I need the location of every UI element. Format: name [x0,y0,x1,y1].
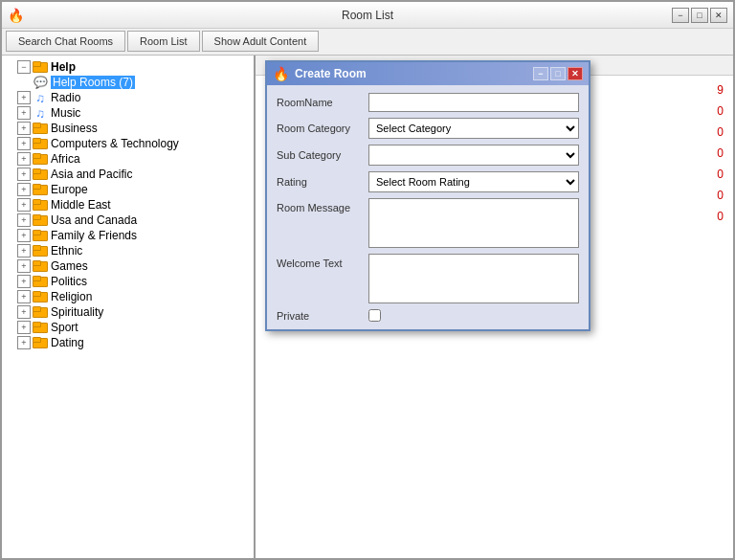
rating-label: Rating [277,176,363,188]
dialog-body: RoomName Room Category Select Category H… [267,85,589,329]
expand-religion[interactable]: + [17,290,31,303]
sidebar-item-sport[interactable]: + Sport [2,320,254,335]
sidebar-label-computers: Computers & Technology [51,137,179,150]
sidebar-label-business: Business [51,122,98,135]
folder-icon-computers [33,137,48,150]
main-window: 🔥 Room List − □ ✕ Search Chat Rooms Room… [0,0,735,560]
room-name-input[interactable] [368,93,579,112]
sidebar-label-ethnic: Ethnic [51,244,82,258]
dialog-title: Create Room [295,67,367,80]
expand-sport[interactable]: + [17,321,31,334]
sidebar-item-help[interactable]: − Help [2,59,254,75]
sub-category-label: Sub Category [277,149,363,161]
room-name-row: RoomName [277,93,579,112]
sidebar-item-radio[interactable]: + ♫ Radio [2,90,254,105]
title-bar-left: 🔥 [8,8,24,23]
sidebar-label-help-rooms: Help Rooms (7) [51,76,135,89]
sidebar-item-games[interactable]: + Games [2,258,254,274]
private-label: Private [277,310,363,322]
sub-category-row: Sub Category [277,145,579,166]
dialog-minimize-button[interactable]: − [533,67,548,80]
show-adult-content-button[interactable]: Show Adult Content [202,31,320,52]
sidebar-label-games: Games [51,259,88,273]
expand-games[interactable]: + [17,259,31,273]
sidebar-item-africa[interactable]: + Africa [2,151,254,167]
sidebar-label-middle-east: Middle East [51,198,111,212]
expand-ethnic[interactable]: + [17,244,31,258]
expand-family[interactable]: + [17,229,31,242]
app-icon: 🔥 [8,8,24,23]
sidebar-label-politics: Politics [51,275,87,288]
folder-icon-family [33,229,48,242]
help-icon: 💬 [33,76,48,89]
sidebar-label-family: Family & Friends [51,229,137,242]
expand-usa-canada[interactable]: + [17,213,31,227]
folder-icon-business [33,122,48,135]
room-message-label: Room Message [277,198,363,213]
folder-icon-politics [33,275,48,288]
sidebar-item-help-rooms[interactable]: 💬 Help Rooms (7) [2,75,254,90]
expand-dating[interactable]: + [17,336,31,349]
sidebar-item-religion[interactable]: + Religion [2,289,254,304]
rating-select[interactable]: Select Room Rating General Teen Mature A… [368,171,579,192]
content-area: − Help 💬 Help Rooms (7) + ♫ Radio [2,56,733,558]
sidebar-item-usa-canada[interactable]: + Usa and Canada [2,213,254,228]
dialog-maximize-button[interactable]: □ [550,67,566,80]
room-list-button[interactable]: Room List [127,31,200,52]
sidebar-item-business[interactable]: + Business [2,121,254,136]
folder-icon-middle-east [33,198,48,212]
folder-icon-religion [33,290,48,303]
folder-icon-sport [33,321,48,334]
sidebar-item-family[interactable]: + Family & Friends [2,228,254,243]
maximize-button[interactable]: □ [691,8,708,23]
room-category-row: Room Category Select Category Help Radio… [277,118,579,139]
sidebar-label-usa-canada: Usa and Canada [51,213,137,227]
sidebar-item-asia[interactable]: + Asia and Pacific [2,167,254,182]
sidebar-label-asia: Asia and Pacific [51,168,132,181]
dialog-title-left: 🔥 Create Room [273,66,367,81]
minimize-button[interactable]: − [672,8,689,23]
sidebar-item-europe[interactable]: + Europe [2,182,254,197]
expand-computers[interactable]: + [17,137,31,150]
welcome-text-textarea[interactable] [368,254,579,303]
main-panel: Rooms in Help Rooms Welcome Room 9 Help … [256,56,733,558]
sidebar-item-dating[interactable]: + Dating [2,335,254,350]
sidebar-label-religion: Religion [51,290,92,303]
dialog-flame-icon: 🔥 [273,66,289,81]
expand-asia[interactable]: + [17,168,31,181]
sidebar-item-music[interactable]: + ♫ Music [2,105,254,121]
room-category-select[interactable]: Select Category Help Radio Music Busines… [368,118,579,139]
room-message-textarea[interactable] [368,198,579,248]
folder-icon [33,60,48,74]
welcome-text-label: Welcome Text [277,254,363,269]
expand-middle-east[interactable]: + [17,198,31,212]
room-category-label: Room Category [277,123,363,134]
room-count: 0 [704,104,724,118]
folder-icon-spirituality [33,305,48,319]
expand-africa[interactable]: + [17,152,31,166]
sidebar-item-politics[interactable]: + Politics [2,274,254,289]
expand-europe[interactable]: + [17,183,31,196]
expand-business[interactable]: + [17,122,31,135]
private-checkbox[interactable] [368,309,381,322]
expand-spirituality[interactable]: + [17,305,31,319]
search-chat-rooms-button[interactable]: Search Chat Rooms [6,31,125,52]
music-icon-radio: ♫ [33,91,48,104]
expand-help[interactable]: − [17,60,31,74]
folder-icon-africa [33,152,48,166]
sidebar-item-computers[interactable]: + Computers & Technology [2,136,254,151]
sidebar-label-music: Music [51,106,80,120]
expand-politics[interactable]: + [17,275,31,288]
close-button[interactable]: ✕ [710,8,727,23]
sidebar-item-ethnic[interactable]: + Ethnic [2,243,254,258]
expand-music[interactable]: + [17,106,31,120]
expand-radio[interactable]: + [17,91,31,104]
sub-category-select[interactable] [368,145,579,166]
sidebar-item-middle-east[interactable]: + Middle East [2,197,254,213]
dialog-titlebar: 🔥 Create Room − □ ✕ [267,62,589,85]
sidebar-label-africa: Africa [51,152,80,166]
sidebar-item-spirituality[interactable]: + Spirituality [2,304,254,320]
dialog-close-button[interactable]: ✕ [568,67,583,80]
folder-icon-dating [33,336,48,349]
folder-icon-asia [33,168,48,181]
